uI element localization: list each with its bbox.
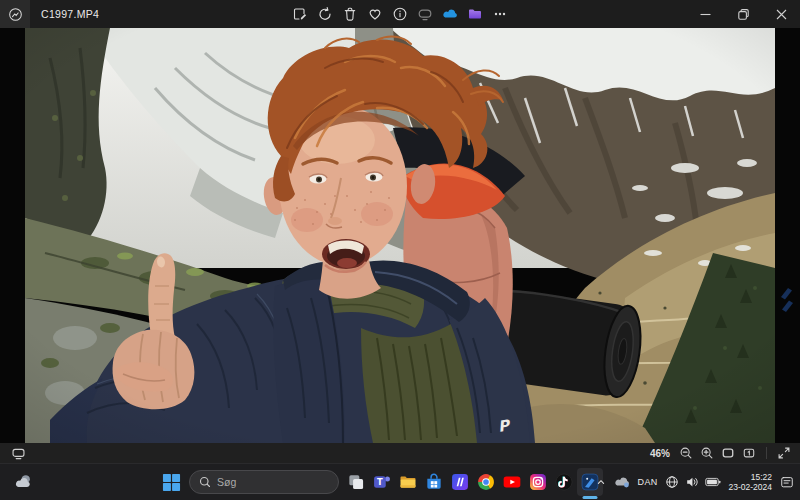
fullscreen-icon[interactable] xyxy=(777,446,791,460)
restore-icon[interactable] xyxy=(724,0,762,28)
date: 23-02-2024 xyxy=(729,482,772,492)
favorite-icon[interactable] xyxy=(363,3,386,26)
time: 15:22 xyxy=(729,472,772,482)
youtube-icon[interactable] xyxy=(499,468,525,496)
zoom-level: 46% xyxy=(650,448,670,459)
search-icon xyxy=(199,476,211,488)
divider xyxy=(766,447,767,459)
folder-icon[interactable] xyxy=(463,3,486,26)
onedrive-tray-icon[interactable] xyxy=(610,468,634,496)
search-placeholder: Søg xyxy=(217,476,236,488)
close-icon[interactable] xyxy=(762,0,800,28)
language-indicator[interactable]: DAN xyxy=(634,477,662,487)
clock[interactable]: 15:22 23-02-2024 xyxy=(724,472,777,492)
teams-icon[interactable]: T xyxy=(369,468,395,496)
notification-icon[interactable] xyxy=(777,468,797,496)
minimize-icon[interactable] xyxy=(686,0,724,28)
volume-icon[interactable] xyxy=(682,468,702,496)
blue-s-logo xyxy=(778,284,796,314)
task-view-icon[interactable] xyxy=(343,468,369,496)
actual-size-icon[interactable] xyxy=(742,446,756,460)
tiktok-icon[interactable] xyxy=(551,468,577,496)
medal-icon[interactable] xyxy=(447,468,473,496)
chrome-icon[interactable] xyxy=(473,468,499,496)
onedrive-icon[interactable] xyxy=(438,3,461,26)
video-frame-hiker: P xyxy=(25,28,775,443)
viewer-statusbar: 46% xyxy=(0,443,800,463)
photos-toolbar xyxy=(288,2,511,26)
window-controls xyxy=(686,0,800,28)
more-icon[interactable] xyxy=(488,3,511,26)
windows-start-icon[interactable] xyxy=(158,468,185,496)
photos-logo-icon xyxy=(8,7,23,22)
chevron-up-icon[interactable] xyxy=(592,468,610,496)
network-icon[interactable] xyxy=(662,468,682,496)
slideshow-icon[interactable] xyxy=(413,3,436,26)
vignette xyxy=(25,28,775,443)
filmstrip-icon[interactable] xyxy=(11,446,26,461)
svg-text:T: T xyxy=(377,477,383,487)
zoom-out-icon[interactable] xyxy=(679,446,693,460)
taskbar: Søg T xyxy=(0,463,800,500)
taskbar-center: Søg T xyxy=(158,464,603,500)
file-explorer-icon[interactable] xyxy=(395,468,421,496)
edit-image-icon[interactable] xyxy=(288,3,311,26)
store-icon[interactable] xyxy=(421,468,447,496)
titlebar: C1997.MP4 xyxy=(0,0,800,28)
app-button[interactable] xyxy=(0,0,30,28)
photo-stage: P xyxy=(0,28,800,443)
info-icon[interactable] xyxy=(388,3,411,26)
rotate-icon[interactable] xyxy=(313,3,336,26)
zoom-in-icon[interactable] xyxy=(700,446,714,460)
system-tray: DAN 15:22 23-02-2024 xyxy=(592,464,797,500)
instagram-icon[interactable] xyxy=(525,468,551,496)
fit-to-window-icon[interactable] xyxy=(721,446,735,460)
battery-icon[interactable] xyxy=(702,468,724,496)
delete-icon[interactable] xyxy=(338,3,361,26)
search-input[interactable]: Søg xyxy=(189,470,339,494)
widgets-weather-icon[interactable] xyxy=(10,468,36,496)
file-title: C1997.MP4 xyxy=(41,8,99,20)
